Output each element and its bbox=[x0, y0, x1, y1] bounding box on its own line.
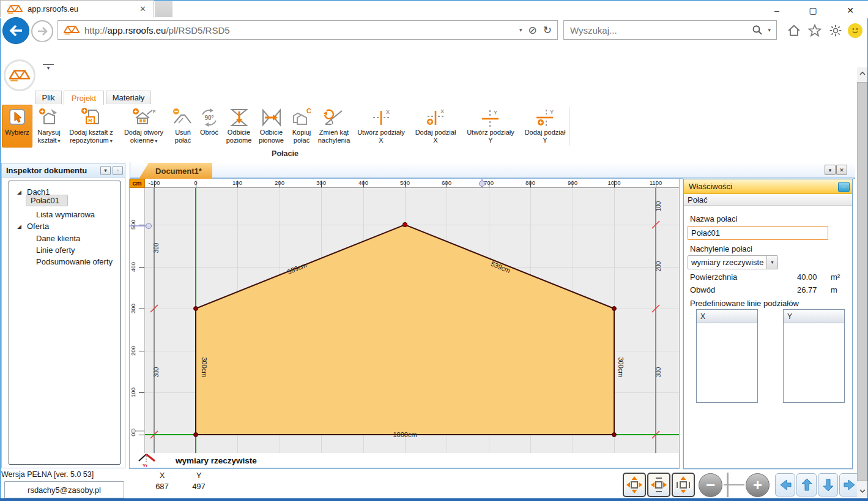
page-scrollbar[interactable] bbox=[857, 67, 867, 497]
legend-label: wymiary rzeczywiste bbox=[176, 456, 257, 465]
flip-vertical-button[interactable]: Odbicie pionowe bbox=[256, 105, 287, 148]
scroll-up-arrow[interactable] bbox=[857, 67, 867, 80]
chevron-down-icon[interactable]: ▾ bbox=[766, 256, 777, 269]
tree-item-dane-klienta[interactable]: Dane klienta bbox=[36, 234, 80, 243]
add-windows-button[interactable]: R Dodaj otwory okienne▾ bbox=[118, 105, 169, 148]
flip-horizontal-button[interactable]: Odbicie poziome bbox=[223, 105, 254, 148]
draw-shape-icon bbox=[38, 107, 60, 129]
tree-item-linie-oferty[interactable]: Linie oferty bbox=[36, 245, 75, 255]
window-minimize-button[interactable]: – bbox=[763, 3, 791, 18]
inspector-minimize-button[interactable]: ▫ bbox=[113, 166, 123, 175]
gear-icon bbox=[829, 24, 842, 37]
url-autocomplete-dropdown[interactable]: ▾ bbox=[519, 27, 522, 33]
add-division-y-button[interactable]: Y Dodaj podział Y bbox=[521, 105, 569, 148]
search-input[interactable] bbox=[564, 24, 752, 36]
document-tab[interactable]: Document1* bbox=[139, 163, 212, 179]
inspector-collapse-button[interactable]: ▾ bbox=[100, 166, 111, 175]
roof-dimension-icon: Yr bbox=[138, 453, 158, 468]
scrollbar-thumb[interactable] bbox=[857, 82, 867, 481]
feedback-smiley-button[interactable] bbox=[848, 23, 862, 38]
document-inspector-panel: Inspektor dokumentu ▾ ▫ ◢ Dach1 Połać01 … bbox=[1, 163, 125, 468]
flip-horizontal-icon bbox=[228, 107, 250, 129]
copy-roof-face-button[interactable]: C Kopiuj połać bbox=[288, 105, 315, 148]
chevron-down-icon: ▾ bbox=[58, 138, 61, 144]
slope-mode-select[interactable]: wymiary rzeczywiste ▾ bbox=[688, 255, 778, 269]
copy-icon: C bbox=[291, 107, 313, 129]
document-close-button[interactable]: ✕ bbox=[836, 165, 847, 175]
version-label: Wersja PEŁNA [ver. 5.0 53] bbox=[1, 470, 94, 479]
divisions-y-list[interactable]: Y bbox=[783, 309, 845, 403]
zoom-in-button[interactable]: + bbox=[746, 473, 770, 497]
add-shape-from-repository-button[interactable]: R Dodaj kształt z repozytorium▾ bbox=[65, 105, 117, 148]
add-division-x-button[interactable]: X Dodaj podział X bbox=[410, 105, 461, 148]
design-canvas[interactable]: 539cm 539cm 300cm 300cm 1000cm 300 300 1… bbox=[130, 179, 679, 453]
new-tab-button[interactable] bbox=[155, 1, 172, 17]
tree-item-lista-wymiarowa[interactable]: Lista wymiarowa bbox=[36, 210, 95, 219]
rotate-button[interactable]: 90° Obróć bbox=[196, 105, 222, 148]
chevron-down-icon: ▾ bbox=[155, 138, 157, 144]
search-box[interactable]: ▾ bbox=[563, 20, 777, 40]
window-close-button[interactable]: ✕ bbox=[836, 3, 864, 18]
zoom-slider[interactable] bbox=[724, 472, 744, 498]
properties-minimize-button[interactable]: − bbox=[838, 182, 850, 192]
scroll-down-arrow[interactable] bbox=[857, 485, 867, 497]
tree-item-podsumowanie-oferty[interactable]: Podsumowanie oferty bbox=[36, 257, 113, 266]
roof-face-name-input[interactable] bbox=[688, 226, 828, 240]
back-button[interactable] bbox=[2, 17, 29, 44]
divisions-x-list[interactable]: X bbox=[696, 309, 758, 403]
svg-text:100: 100 bbox=[130, 388, 136, 397]
flip-vertical-icon bbox=[261, 107, 283, 129]
divisions-x-icon: X bbox=[370, 107, 392, 129]
inspector-header: Inspektor dokumentu ▾ ▫ bbox=[2, 163, 125, 178]
horizontal-ruler[interactable]: -1000 100200 300400 500600 700800 900100… bbox=[130, 179, 679, 187]
window-maximize-button[interactable]: ▢ bbox=[799, 3, 827, 18]
home-button[interactable] bbox=[785, 22, 803, 39]
search-icon[interactable] bbox=[752, 24, 763, 36]
properties-panel: Właściwości − Połać Nazwa połaci Nachyle… bbox=[683, 179, 853, 469]
fit-all-button[interactable] bbox=[623, 473, 646, 497]
settings-button[interactable] bbox=[826, 22, 845, 39]
pan-left-button[interactable] bbox=[775, 473, 795, 496]
search-dropdown[interactable]: ▾ bbox=[768, 27, 771, 33]
arrow-down-icon bbox=[821, 478, 836, 492]
remove-roof-face-button[interactable]: Usuń połać bbox=[171, 105, 195, 148]
window-border-left bbox=[0, 18, 1, 498]
svg-text:900: 900 bbox=[568, 179, 577, 186]
quick-access-toggle[interactable]: ▾ bbox=[43, 64, 54, 73]
url-bar[interactable]: http://app.rsroofs.eu/pl/RSD5/RSD5 ▾ ⊘ ↻ bbox=[57, 20, 558, 40]
app-logo-icon bbox=[9, 69, 30, 82]
refresh-icon[interactable]: ↻ bbox=[543, 24, 552, 37]
fit-height-button[interactable] bbox=[672, 473, 695, 497]
fit-width-button[interactable] bbox=[647, 473, 670, 497]
browser-tab[interactable]: app.rsroofs.eu ✕ bbox=[0, 0, 154, 17]
zoom-out-button[interactable]: − bbox=[699, 473, 722, 497]
create-divisions-y-button[interactable]: Y Utwórz podziały Y bbox=[462, 105, 519, 148]
svg-text:800: 800 bbox=[525, 179, 535, 186]
forward-button[interactable] bbox=[31, 20, 53, 42]
pan-down-button[interactable] bbox=[818, 473, 838, 496]
dimension-mode-legend: Yr wymiary rzeczywiste bbox=[130, 453, 679, 468]
favorites-button[interactable] bbox=[806, 22, 824, 39]
svg-text:200: 200 bbox=[130, 346, 136, 356]
tree-item-oferta[interactable]: Oferta bbox=[27, 222, 49, 231]
document-list-dropdown[interactable]: ▾ bbox=[825, 165, 836, 175]
tab-materialy[interactable]: Materiały bbox=[106, 91, 151, 104]
fit-height-icon bbox=[675, 476, 692, 494]
tab-close-icon[interactable]: ✕ bbox=[139, 4, 154, 13]
select-cursor-icon bbox=[6, 107, 28, 129]
tree-item-polac01[interactable]: Połać01 bbox=[26, 195, 68, 206]
zoom-slider-thumb[interactable] bbox=[727, 473, 729, 497]
draw-shape-button[interactable]: Narysuj kształt▾ bbox=[34, 105, 64, 148]
stop-icon[interactable]: ⊘ bbox=[529, 24, 537, 37]
create-divisions-x-button[interactable]: X Utwórz podziały X bbox=[353, 105, 409, 148]
pan-up-button[interactable] bbox=[796, 473, 817, 496]
svg-text:400: 400 bbox=[130, 262, 136, 272]
change-slope-angle-button[interactable]: Zmień kąt nachylenia bbox=[316, 105, 352, 148]
tab-plik[interactable]: Plik bbox=[35, 91, 62, 104]
svg-text:-100: -100 bbox=[148, 179, 160, 186]
tree-expand-icon[interactable]: ◢ bbox=[17, 189, 21, 195]
tree-expand-icon[interactable]: ◢ bbox=[17, 223, 21, 230]
arrow-up-icon bbox=[799, 478, 814, 492]
select-button[interactable]: Wybierz bbox=[2, 105, 32, 148]
tab-projekt[interactable]: Projekt bbox=[64, 91, 104, 105]
